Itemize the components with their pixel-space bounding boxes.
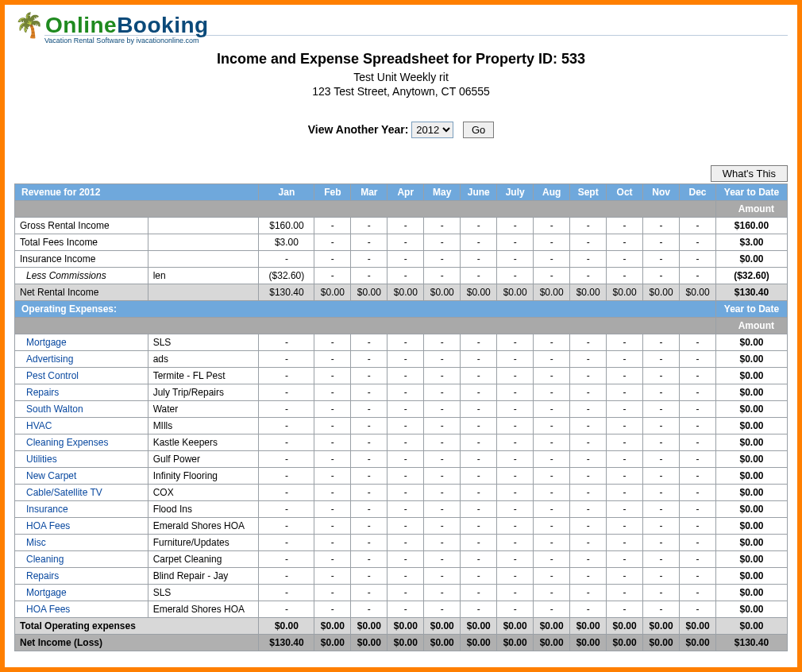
expense-month: -: [497, 551, 534, 568]
expense-ytd: $0.00: [716, 518, 788, 535]
expense-label: Pest Control: [15, 368, 148, 384]
revenue-label: Total Fees Income: [15, 234, 148, 251]
expense-month: -: [643, 468, 680, 485]
expense-month: -: [314, 334, 351, 351]
total-expenses-label: Total Operating expenses: [15, 618, 259, 635]
expense-month: -: [424, 384, 461, 401]
logo-text: OnlineBooking: [45, 13, 209, 38]
net-income-month: $0.00: [680, 635, 716, 651]
expense-month: -: [643, 351, 680, 368]
net-rental-vendor: [148, 284, 259, 301]
expense-month: -: [351, 601, 388, 618]
net-rental-month: $0.00: [534, 284, 570, 301]
expense-link[interactable]: HOA Fees: [26, 604, 70, 615]
expense-link[interactable]: Misc: [26, 537, 46, 548]
expense-month: -: [534, 418, 570, 434]
expense-label: HVAC: [15, 418, 148, 434]
page-container: 🌴 OnlineBooking Vacation Rental Software…: [0, 0, 802, 672]
revenue-month: -: [424, 251, 461, 268]
revenue-month: -: [424, 234, 461, 251]
month-header: Mar: [351, 184, 388, 201]
expense-link[interactable]: HVAC: [26, 420, 52, 431]
expense-link[interactable]: Mortgage: [26, 337, 67, 348]
expense-month: -: [314, 418, 351, 434]
expense-month: -: [643, 568, 680, 585]
revenue-ytd: $3.00: [716, 234, 788, 251]
expense-month: -: [388, 334, 424, 351]
expense-link[interactable]: Repairs: [26, 387, 59, 398]
expense-link[interactable]: Insurance: [26, 504, 68, 515]
expense-ytd: $0.00: [716, 468, 788, 485]
revenue-month: -: [424, 218, 461, 234]
expense-month: -: [351, 401, 388, 418]
expense-vendor: Carpet Cleaning: [148, 551, 259, 568]
revenue-month: -: [680, 268, 716, 284]
expense-month: -: [259, 535, 314, 551]
expense-month: -: [643, 418, 680, 434]
expense-month: -: [314, 551, 351, 568]
net-rental-jan: $130.40: [259, 284, 314, 301]
go-button[interactable]: Go: [463, 122, 494, 138]
expense-month: -: [497, 468, 534, 485]
expense-link[interactable]: Utilities: [26, 454, 57, 465]
expense-vendor: SLS: [148, 585, 259, 601]
expense-link[interactable]: Pest Control: [26, 370, 79, 381]
expense-vendor: SLS: [148, 334, 259, 351]
year-select[interactable]: 2012: [411, 122, 453, 138]
revenue-month: -: [314, 234, 351, 251]
expense-link[interactable]: New Carpet: [26, 470, 76, 481]
revenue-month: -: [534, 251, 570, 268]
expense-month: -: [351, 334, 388, 351]
expense-month: -: [680, 601, 716, 618]
expense-month: -: [351, 535, 388, 551]
expense-month: -: [388, 501, 424, 518]
expense-month: -: [643, 401, 680, 418]
expense-month: -: [570, 551, 607, 568]
revenue-month: -: [388, 251, 424, 268]
revenue-month: -: [680, 251, 716, 268]
whats-this-button[interactable]: What's This: [711, 165, 788, 182]
expense-link[interactable]: Cleaning Expenses: [26, 437, 108, 448]
expense-link[interactable]: South Walton: [26, 404, 83, 415]
month-header: July: [497, 184, 534, 201]
net-income-label: Net Income (Loss): [15, 635, 259, 651]
revenue-month: -: [461, 234, 497, 251]
expense-ytd: $0.00: [716, 334, 788, 351]
expense-link[interactable]: Repairs: [26, 570, 59, 581]
expense-link[interactable]: Advertising: [26, 353, 73, 365]
total-expenses-month: $0.00: [497, 618, 534, 635]
expense-month: -: [388, 601, 424, 618]
net-rental-month: $0.00: [424, 284, 461, 301]
revenue-label: Gross Rental Income: [15, 218, 148, 234]
expense-month: -: [424, 434, 461, 451]
revenue-vendor: len: [148, 268, 259, 284]
expense-month: -: [388, 518, 424, 535]
expense-month: -: [424, 585, 461, 601]
expense-month: -: [570, 351, 607, 368]
revenue-month: -: [388, 218, 424, 234]
revenue-month: -: [461, 268, 497, 284]
expense-vendor: Emerald Shores HOA: [148, 601, 259, 618]
expense-link[interactable]: Mortgage: [26, 587, 67, 598]
expense-month: -: [351, 551, 388, 568]
revenue-label: Less Commissions: [15, 268, 148, 284]
expense-month: -: [497, 568, 534, 585]
expense-month: -: [607, 401, 643, 418]
expense-ytd: $0.00: [716, 434, 788, 451]
expense-link[interactable]: HOA Fees: [26, 520, 70, 531]
expense-month: -: [314, 451, 351, 468]
expense-link[interactable]: Cleaning: [26, 554, 64, 565]
expense-month: -: [424, 334, 461, 351]
expense-month: -: [643, 368, 680, 384]
expense-month: -: [570, 501, 607, 518]
revenue-jan: $160.00: [259, 218, 314, 234]
expense-month: -: [534, 501, 570, 518]
page-title: Income and Expense Spreadsheet for Prope…: [14, 51, 788, 68]
expense-vendor: July Trip/Repairs: [148, 384, 259, 401]
expense-month: -: [497, 518, 534, 535]
expense-month: -: [424, 485, 461, 501]
expense-month: -: [534, 585, 570, 601]
expense-link[interactable]: Cable/Satellite TV: [26, 487, 102, 498]
expense-month: -: [314, 485, 351, 501]
expense-month: -: [461, 551, 497, 568]
